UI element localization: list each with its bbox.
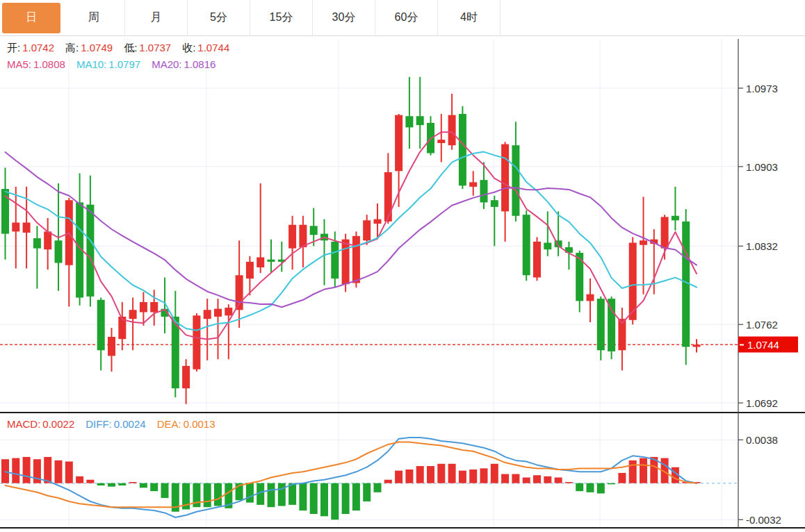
tab-daily-label: 日 bbox=[2, 3, 60, 33]
tab-weekly[interactable]: 周 bbox=[63, 0, 125, 35]
close-value: 1.0744 bbox=[197, 42, 229, 55]
tab-30min[interactable]: 30分 bbox=[313, 0, 375, 35]
low-label: 低: bbox=[124, 42, 137, 55]
price-tick-5: 1.0692 bbox=[746, 397, 778, 409]
tab-4hour[interactable]: 4时 bbox=[438, 0, 501, 35]
low-value: 1.0737 bbox=[139, 42, 171, 55]
tab-15min-label: 15分 bbox=[270, 10, 293, 25]
dea-label: DEA: bbox=[157, 418, 181, 430]
tab-4hour-label: 4时 bbox=[460, 10, 478, 25]
high-label: 高: bbox=[65, 42, 79, 55]
tab-monthly-label: 月 bbox=[151, 10, 162, 25]
open-value: 1.0742 bbox=[22, 42, 54, 55]
macd-label: MACD: bbox=[7, 418, 40, 430]
tab-weekly-label: 周 bbox=[88, 10, 99, 25]
ma20-value: 1.0816 bbox=[184, 58, 216, 70]
price-tick-4: 1.0762 bbox=[746, 319, 778, 331]
close-label: 收: bbox=[182, 42, 195, 55]
macd-readout: MACD:0.0022 DIFF:0.0024 DEA:0.0013 bbox=[7, 418, 227, 430]
tab-60min-label: 60分 bbox=[395, 10, 418, 25]
interval-tabbar: 日 周 月 5分 15分 30分 60分 4时 bbox=[0, 0, 805, 36]
tab-30min-label: 30分 bbox=[332, 10, 356, 25]
kline-chart-app: 日 周 月 5分 15分 30分 60分 4时 开:1.0742 高:1.074… bbox=[0, 0, 805, 532]
tab-daily[interactable]: 日 bbox=[0, 0, 63, 35]
tab-monthly[interactable]: 月 bbox=[125, 0, 188, 35]
ma20-label: MA20: bbox=[152, 58, 181, 70]
ma-readout: MA5:1.0808 MA10:1.0797 MA20:1.0816 bbox=[7, 58, 227, 70]
macd-tick-1: 0.0038 bbox=[746, 434, 778, 446]
last-price-tag: 1.0744 bbox=[738, 337, 798, 353]
tab-15min[interactable]: 15分 bbox=[250, 0, 313, 35]
open-label: 开: bbox=[7, 42, 20, 55]
ma10-label: MA10: bbox=[76, 58, 106, 70]
price-tick-3: 1.0832 bbox=[746, 240, 778, 252]
ma10-value: 1.0797 bbox=[108, 58, 140, 70]
ohlc-readout: 开:1.0742 高:1.0749 低:1.0737 收:1.0744 bbox=[7, 42, 241, 55]
macd-tick-2: -0.0032 bbox=[746, 514, 781, 526]
last-price-tag-label: 1.0744 bbox=[747, 339, 779, 351]
high-value: 1.0749 bbox=[81, 42, 113, 55]
tab-5min[interactable]: 5分 bbox=[188, 0, 250, 35]
diff-value: 0.0024 bbox=[114, 418, 146, 430]
kline-canvas bbox=[0, 0, 805, 532]
ma5-label: MA5: bbox=[7, 58, 31, 70]
tab-5min-label: 5分 bbox=[210, 10, 227, 25]
tab-60min[interactable]: 60分 bbox=[375, 0, 438, 35]
macd-value: 0.0022 bbox=[42, 418, 74, 430]
chart-area[interactable]: 开:1.0742 高:1.0749 低:1.0737 收:1.0744 MA5:… bbox=[0, 35, 805, 532]
price-tick-1: 1.0973 bbox=[746, 83, 778, 94]
dea-value: 0.0013 bbox=[184, 418, 216, 430]
diff-label: DIFF: bbox=[86, 418, 112, 430]
ma5-value: 1.0808 bbox=[33, 58, 65, 70]
price-tick-2: 1.0903 bbox=[746, 161, 778, 173]
